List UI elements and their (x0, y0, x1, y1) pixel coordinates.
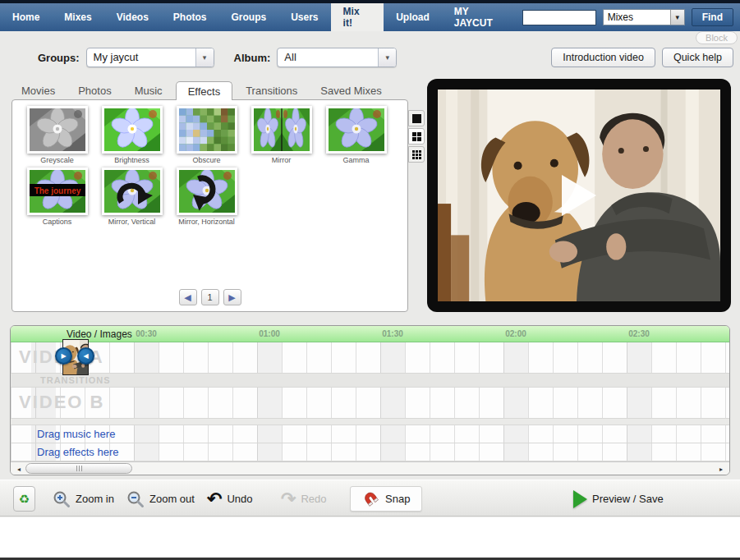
tab-movies[interactable]: Movies (11, 82, 65, 100)
preview-save-button[interactable]: Preview / Save (573, 480, 664, 517)
track-music[interactable]: Drag music here (11, 425, 729, 443)
clip-extend-right-button[interactable]: ▶ (55, 347, 72, 365)
clip-extend-left-button[interactable]: ◀ (77, 347, 94, 365)
scroll-left-icon[interactable]: ◂ (12, 463, 25, 475)
undo-button[interactable]: ↶ Undo (207, 480, 253, 517)
find-button[interactable]: Find (692, 8, 733, 26)
pager-page-button[interactable]: 1 (201, 289, 219, 305)
effect-gamma-thumbnail (326, 106, 387, 154)
groups-label: Groups: (38, 52, 80, 64)
chevron-down-icon: ▾ (670, 10, 684, 25)
filters-row: Groups: My jaycut ▾ Album: All ▾ Introdu… (0, 43, 740, 72)
groups-select[interactable]: My jaycut ▾ (86, 48, 214, 67)
nav-item-users[interactable]: Users (278, 3, 330, 31)
scrollbar-thumb[interactable] (25, 463, 132, 474)
svg-text:The journey: The journey (34, 186, 80, 195)
pager-next-button[interactable]: ▶ (223, 289, 241, 305)
nav-item-videos[interactable]: Videos (104, 3, 161, 31)
effect-greyscale-thumbnail (27, 106, 88, 154)
time-mark: 01:00 (245, 329, 294, 338)
quick-help-button[interactable]: Quick help (662, 48, 733, 67)
effect-label: Obscure (169, 156, 244, 164)
groups-value: My jaycut (87, 48, 145, 67)
track-transitions-label: TRANSITIONS (40, 375, 111, 385)
view-mode-buttons (408, 110, 425, 163)
magnifier-plus-icon (53, 490, 71, 508)
effect-mirror-horizontal[interactable]: Mirror, Horizontal (169, 168, 244, 226)
video-preview[interactable] (438, 90, 720, 301)
track-video-a[interactable]: VIDEO A ▶ ◀ (11, 342, 729, 374)
time-mark: 02:30 (614, 329, 664, 338)
effect-label: Greyscale (20, 156, 94, 164)
music-drop-hint: Drag music here (37, 428, 115, 440)
search-category-value: Mixes (604, 11, 670, 23)
undo-label: Undo (227, 493, 252, 505)
album-select[interactable]: All ▾ (277, 48, 397, 67)
effect-mirror-vertical-thumbnail (102, 168, 163, 215)
nav-item-mix-it[interactable]: Mix it! (331, 3, 384, 31)
tab-photos[interactable]: Photos (68, 82, 121, 100)
tab-effects[interactable]: Effects (176, 81, 233, 100)
pager-prev-button[interactable]: ◀ (179, 289, 197, 305)
track-transitions[interactable]: TRANSITIONS (11, 374, 729, 388)
tab-transitions[interactable]: Transitions (236, 82, 307, 100)
scroll-right-icon[interactable]: ▸ (715, 463, 728, 475)
effect-mirror-vertical[interactable]: Mirror, Vertical (94, 168, 169, 226)
zoom-in-button[interactable]: Zoom in (53, 480, 114, 517)
snap-toggle-button[interactable]: Snap (350, 486, 422, 512)
effects-drop-hint: Drag effects here (37, 446, 118, 458)
effect-mirror-thumbnail (251, 106, 312, 154)
search-input[interactable] (522, 10, 596, 25)
effect-label: Mirror, Vertical (94, 218, 169, 226)
nav-item-upload[interactable]: Upload (384, 3, 442, 31)
effect-brightness[interactable]: Brightness (94, 106, 169, 164)
video-preview-frame (427, 79, 731, 312)
album-value: All (278, 48, 302, 67)
tab-saved-mixes[interactable]: Saved Mixes (310, 82, 391, 100)
timeline-scrollbar[interactable]: ◂ ▸ (11, 461, 729, 475)
effect-brightness-thumbnail (102, 106, 163, 154)
view-medium-grid-icon[interactable] (408, 128, 425, 145)
top-nav: Home Mixes Videos Photos Groups Users Mi… (0, 0, 740, 31)
nav-item-my-jaycut[interactable]: MY JAYCUT (442, 3, 522, 31)
effect-label: Gamma (319, 156, 393, 164)
redo-arrow-icon: ↷ (281, 491, 296, 507)
play-icon[interactable] (562, 175, 596, 216)
nav-item-groups[interactable]: Groups (219, 3, 279, 31)
effect-gamma[interactable]: Gamma (319, 106, 393, 164)
zoom-out-button[interactable]: Zoom out (126, 480, 195, 517)
effects-grid: Greyscale Brightness Obscure (12, 100, 407, 229)
preview-save-label: Preview / Save (592, 493, 664, 505)
tab-music[interactable]: Music (125, 82, 172, 100)
track-effects[interactable]: Drag effects here (11, 443, 729, 461)
jaycut-mix-editor: Home Mixes Videos Photos Groups Users Mi… (0, 0, 740, 560)
view-small-grid-icon[interactable] (408, 146, 425, 163)
magnet-icon (362, 490, 380, 508)
timeline-panel: Video / Images 00:30 01:00 01:30 02:00 0… (10, 325, 730, 475)
snap-label: Snap (385, 493, 410, 505)
trash-recycle-button[interactable]: ♻ (13, 486, 35, 512)
nav-search-area: Mixes ▾ Find (522, 3, 740, 31)
effect-obscure-thumbnail (177, 106, 237, 154)
help-buttons: Introduction video Quick help (551, 48, 740, 67)
track-video-b-label: VIDEO B (19, 392, 104, 413)
effect-mirror[interactable]: Mirror (244, 106, 319, 164)
play-triangle-icon (573, 490, 587, 508)
library-tabs: Movies Photos Music Effects Transitions … (11, 81, 392, 100)
timeline-header: Video / Images 00:30 01:00 01:30 02:00 0… (11, 326, 729, 342)
track-video-b[interactable]: VIDEO B (11, 388, 729, 419)
effects-pager: ◀ 1 ▶ (12, 289, 407, 305)
effect-greyscale[interactable]: Greyscale (20, 106, 94, 164)
recycle-icon: ♻ (19, 492, 30, 507)
redo-button-disabled: ↷ Redo (281, 480, 327, 517)
effect-mirror-horizontal-thumbnail (177, 168, 237, 215)
introduction-video-button[interactable]: Introduction video (551, 48, 655, 67)
nav-item-photos[interactable]: Photos (161, 3, 219, 31)
search-category-select[interactable]: Mixes ▾ (603, 9, 685, 25)
effect-captions[interactable]: The journey Captions (20, 168, 94, 226)
nav-item-home[interactable]: Home (0, 3, 52, 31)
effect-obscure[interactable]: Obscure (169, 106, 244, 164)
album-label: Album: (234, 52, 271, 64)
nav-item-mixes[interactable]: Mixes (52, 3, 103, 31)
view-large-icon[interactable] (408, 110, 425, 126)
